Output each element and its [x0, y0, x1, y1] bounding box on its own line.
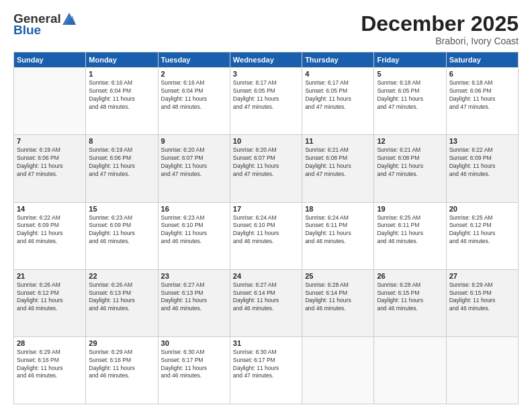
- calendar-cell: 10Sunrise: 6:20 AM Sunset: 6:07 PM Dayli…: [230, 135, 302, 202]
- day-number: 5: [377, 70, 443, 78]
- calendar-cell: 14Sunrise: 6:22 AM Sunset: 6:09 PM Dayli…: [14, 202, 86, 269]
- calendar-cell: 8Sunrise: 6:19 AM Sunset: 6:06 PM Daylig…: [86, 135, 158, 202]
- day-number: 2: [161, 70, 227, 78]
- calendar-cell: 28Sunrise: 6:29 AM Sunset: 6:16 PM Dayli…: [14, 336, 86, 404]
- day-info: Sunrise: 6:29 AM Sunset: 6:16 PM Dayligh…: [17, 349, 83, 381]
- day-info: Sunrise: 6:27 AM Sunset: 6:14 PM Dayligh…: [233, 281, 299, 314]
- day-number: 7: [17, 137, 83, 145]
- logo-icon: [62, 13, 76, 25]
- day-of-week-header: Thursday: [302, 52, 374, 68]
- day-of-week-header: Monday: [86, 52, 158, 68]
- day-info: Sunrise: 6:17 AM Sunset: 6:05 PM Dayligh…: [233, 79, 299, 111]
- day-info: Sunrise: 6:23 AM Sunset: 6:10 PM Dayligh…: [161, 214, 227, 246]
- calendar-cell: 15Sunrise: 6:23 AM Sunset: 6:09 PM Dayli…: [86, 202, 158, 269]
- calendar-cell: 6Sunrise: 6:18 AM Sunset: 6:06 PM Daylig…: [446, 68, 518, 135]
- calendar-cell: 3Sunrise: 6:17 AM Sunset: 6:05 PM Daylig…: [230, 68, 302, 135]
- calendar-cell: 18Sunrise: 6:24 AM Sunset: 6:11 PM Dayli…: [302, 202, 374, 269]
- calendar-cell: 30Sunrise: 6:30 AM Sunset: 6:17 PM Dayli…: [158, 336, 230, 404]
- day-info: Sunrise: 6:18 AM Sunset: 6:06 PM Dayligh…: [449, 79, 515, 111]
- day-info: Sunrise: 6:30 AM Sunset: 6:17 PM Dayligh…: [161, 349, 227, 381]
- day-info: Sunrise: 6:25 AM Sunset: 6:11 PM Dayligh…: [377, 214, 443, 246]
- day-info: Sunrise: 6:25 AM Sunset: 6:12 PM Dayligh…: [449, 214, 515, 246]
- calendar-cell: 11Sunrise: 6:21 AM Sunset: 6:08 PM Dayli…: [302, 135, 374, 202]
- day-number: 28: [17, 339, 83, 347]
- location: Brabori, Ivory Coast: [361, 36, 519, 46]
- calendar-cell: 20Sunrise: 6:25 AM Sunset: 6:12 PM Dayli…: [446, 202, 518, 269]
- day-info: Sunrise: 6:29 AM Sunset: 6:15 PM Dayligh…: [449, 281, 515, 314]
- day-number: 25: [305, 272, 371, 280]
- calendar-cell: 19Sunrise: 6:25 AM Sunset: 6:11 PM Dayli…: [374, 202, 446, 269]
- day-number: 29: [89, 339, 154, 347]
- logo: General Blue: [13, 12, 76, 36]
- day-number: 26: [377, 272, 443, 280]
- day-info: Sunrise: 6:26 AM Sunset: 6:13 PM Dayligh…: [89, 281, 154, 314]
- day-number: 12: [377, 137, 443, 145]
- calendar-cell: 1Sunrise: 6:16 AM Sunset: 6:04 PM Daylig…: [86, 68, 158, 135]
- day-of-week-header: Wednesday: [230, 52, 302, 68]
- day-number: 23: [161, 272, 227, 280]
- day-number: 21: [17, 272, 83, 280]
- day-of-week-header: Sunday: [14, 52, 86, 68]
- day-number: 16: [161, 205, 227, 213]
- day-info: Sunrise: 6:28 AM Sunset: 6:14 PM Dayligh…: [305, 281, 371, 314]
- calendar-cell: 16Sunrise: 6:23 AM Sunset: 6:10 PM Dayli…: [158, 202, 230, 269]
- day-info: Sunrise: 6:20 AM Sunset: 6:07 PM Dayligh…: [233, 146, 299, 179]
- day-info: Sunrise: 6:28 AM Sunset: 6:15 PM Dayligh…: [377, 281, 443, 314]
- calendar-cell: 9Sunrise: 6:20 AM Sunset: 6:07 PM Daylig…: [158, 135, 230, 202]
- day-number: 14: [17, 205, 83, 213]
- day-info: Sunrise: 6:29 AM Sunset: 6:16 PM Dayligh…: [89, 349, 154, 381]
- day-info: Sunrise: 6:21 AM Sunset: 6:08 PM Dayligh…: [377, 146, 443, 179]
- calendar-cell: 29Sunrise: 6:29 AM Sunset: 6:16 PM Dayli…: [86, 336, 158, 404]
- day-number: 18: [305, 205, 371, 213]
- page: General Blue December 2025 Brabori, Ivor…: [0, 0, 532, 411]
- day-number: 15: [89, 205, 154, 213]
- day-info: Sunrise: 6:18 AM Sunset: 6:05 PM Dayligh…: [377, 79, 443, 111]
- day-number: 30: [161, 339, 227, 347]
- day-info: Sunrise: 6:24 AM Sunset: 6:11 PM Dayligh…: [305, 214, 371, 246]
- calendar-cell: 4Sunrise: 6:17 AM Sunset: 6:05 PM Daylig…: [302, 68, 374, 135]
- calendar-cell: 7Sunrise: 6:19 AM Sunset: 6:06 PM Daylig…: [14, 135, 86, 202]
- day-number: 17: [233, 205, 299, 213]
- day-number: 3: [233, 70, 299, 78]
- day-number: 13: [449, 137, 515, 145]
- calendar-cell: 2Sunrise: 6:16 AM Sunset: 6:04 PM Daylig…: [158, 68, 230, 135]
- day-info: Sunrise: 6:24 AM Sunset: 6:10 PM Dayligh…: [233, 214, 299, 246]
- day-number: 22: [89, 272, 154, 280]
- day-info: Sunrise: 6:27 AM Sunset: 6:13 PM Dayligh…: [161, 281, 227, 314]
- calendar-cell: [446, 336, 518, 404]
- calendar-cell: 13Sunrise: 6:22 AM Sunset: 6:09 PM Dayli…: [446, 135, 518, 202]
- day-info: Sunrise: 6:19 AM Sunset: 6:06 PM Dayligh…: [17, 146, 83, 179]
- day-of-week-header: Saturday: [446, 52, 518, 68]
- calendar-cell: 25Sunrise: 6:28 AM Sunset: 6:14 PM Dayli…: [302, 269, 374, 336]
- day-number: 19: [377, 205, 443, 213]
- day-of-week-header: Friday: [374, 52, 446, 68]
- day-info: Sunrise: 6:30 AM Sunset: 6:17 PM Dayligh…: [233, 349, 299, 381]
- day-info: Sunrise: 6:17 AM Sunset: 6:05 PM Dayligh…: [305, 79, 371, 111]
- day-info: Sunrise: 6:21 AM Sunset: 6:08 PM Dayligh…: [305, 146, 371, 179]
- calendar-cell: [14, 68, 86, 135]
- day-number: 24: [233, 272, 299, 280]
- calendar-cell: 27Sunrise: 6:29 AM Sunset: 6:15 PM Dayli…: [446, 269, 518, 336]
- logo-blue-text: Blue: [13, 24, 41, 36]
- day-number: 9: [161, 137, 227, 145]
- day-number: 4: [305, 70, 371, 78]
- calendar-cell: 17Sunrise: 6:24 AM Sunset: 6:10 PM Dayli…: [230, 202, 302, 269]
- calendar-cell: 31Sunrise: 6:30 AM Sunset: 6:17 PM Dayli…: [230, 336, 302, 404]
- day-number: 8: [89, 137, 154, 145]
- day-number: 31: [233, 339, 299, 347]
- calendar-cell: [374, 336, 446, 404]
- day-number: 6: [449, 70, 515, 78]
- day-number: 1: [89, 70, 154, 78]
- month-title: December 2025: [361, 12, 519, 36]
- calendar-cell: 24Sunrise: 6:27 AM Sunset: 6:14 PM Dayli…: [230, 269, 302, 336]
- day-number: 20: [449, 205, 515, 213]
- day-info: Sunrise: 6:22 AM Sunset: 6:09 PM Dayligh…: [449, 146, 515, 179]
- calendar-cell: 26Sunrise: 6:28 AM Sunset: 6:15 PM Dayli…: [374, 269, 446, 336]
- day-info: Sunrise: 6:20 AM Sunset: 6:07 PM Dayligh…: [161, 146, 227, 179]
- calendar-cell: 22Sunrise: 6:26 AM Sunset: 6:13 PM Dayli…: [86, 269, 158, 336]
- day-info: Sunrise: 6:16 AM Sunset: 6:04 PM Dayligh…: [89, 79, 154, 111]
- calendar-cell: 12Sunrise: 6:21 AM Sunset: 6:08 PM Dayli…: [374, 135, 446, 202]
- calendar-cell: [302, 336, 374, 404]
- day-number: 27: [449, 272, 515, 280]
- day-info: Sunrise: 6:19 AM Sunset: 6:06 PM Dayligh…: [89, 146, 154, 179]
